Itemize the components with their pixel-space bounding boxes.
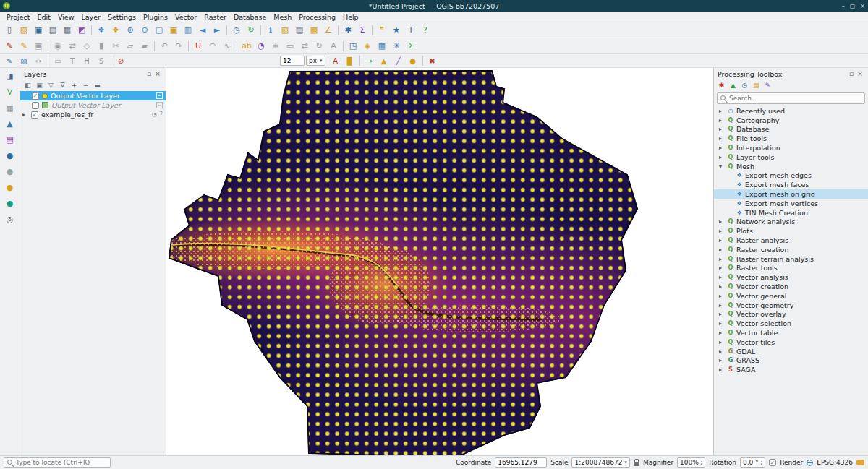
toolbox-group-vector-creation[interactable]: ▸ Q Vector creation [714,282,868,291]
text-background-icon[interactable]: ▉ [343,55,357,66]
toolbox-group-raster-creation[interactable]: ▸ Q Raster creation [714,245,868,254]
algorithm-export-mesh-vertices[interactable]: ❖ Export mesh vertices [714,199,868,208]
new-3d-map-icon[interactable]: ◳ [346,40,360,53]
digitize-with-curve-icon[interactable]: ◠ [205,40,220,53]
layer-item-output-vector-2[interactable]: Output Vector Layer − [20,100,166,110]
toolbar-icon[interactable] [89,25,94,35]
undo-icon[interactable]: ↶ [157,40,171,53]
expander-icon[interactable]: ▸ [719,293,725,299]
toolbox-group-file-tools[interactable]: ▸ Q File tools [714,134,868,143]
layer-checkbox[interactable] [31,111,38,119]
minimize-button[interactable]: – [842,3,845,9]
expander-icon[interactable]: ▸ [719,302,725,309]
text-color-icon[interactable]: A [328,55,343,66]
toolbox-group-mesh[interactable]: ▾ Q Mesh [714,162,868,171]
magnifier-label[interactable]: Magnifier [643,459,673,466]
expander-icon[interactable]: ▸ [719,256,725,262]
filter-by-expression-icon[interactable]: ∇ [57,80,68,90]
add-raster-layer-icon[interactable]: ▦ [2,102,18,114]
expander-icon[interactable]: ▸ [719,366,725,373]
add-spatialite-layer-icon[interactable]: ● [2,165,18,178]
expander-icon[interactable]: ▸ [719,154,725,160]
rotation-label[interactable]: Rotation [709,459,736,466]
expander-icon[interactable]: ▸ [719,348,725,355]
arrow-annotation-icon[interactable]: → [362,55,377,66]
expander-icon[interactable]: ▸ [719,320,725,327]
toolbox-tree[interactable]: ▸ ◷ Recently used ▸ Q Cartography ▸ Q Da… [714,106,868,455]
toolbox-group-database[interactable]: ▸ Q Database [714,125,868,134]
measure-icon[interactable]: ∠ [321,24,336,37]
toolbar-icon[interactable] [152,41,157,51]
history-icon[interactable]: ◷ [739,80,750,90]
zoom-next-icon[interactable]: ► [210,24,224,37]
menu-item[interactable]: Database [230,13,270,21]
toolbar-icon[interactable] [224,25,229,35]
expander-icon[interactable]: ▸ [719,218,725,225]
sum-features-icon[interactable]: Σ [404,40,418,53]
expand-all-icon[interactable]: + [69,80,80,90]
toolbar-icon[interactable] [46,41,51,51]
toolbar-icon[interactable] [234,41,239,51]
close-panel-icon[interactable]: × [153,70,162,77]
layer-item-output-vector-1[interactable]: Output Vector Layer − [20,91,166,100]
add-point-feature-icon[interactable]: ◉ [51,40,65,53]
add-xyz-layer-icon[interactable]: ◎ [2,213,18,225]
layer-crs-indicator-icon[interactable]: ? [160,111,163,118]
expander-icon[interactable]: ▸ [719,135,725,142]
float-panel-icon[interactable]: ▫ [145,70,153,77]
unit-combo[interactable]: px ▾ [306,56,326,66]
refresh-map-icon[interactable]: ↻ [244,24,258,37]
save-layer-edits-icon[interactable]: ▣ [31,40,46,53]
font-size-input[interactable] [280,56,305,66]
expander-icon[interactable]: ▸ [719,145,725,151]
rotate-label-icon[interactable]: ↻ [312,40,326,53]
collapse-legend-icon[interactable]: − [156,92,163,99]
mesh-transform-icon[interactable]: ↔ [31,55,46,66]
delete-selected-icon[interactable]: ▮ [94,40,109,53]
collapse-all-icon[interactable]: − [80,80,91,90]
spinner-arrows-icon[interactable]: ▴▾ [761,460,763,465]
map-tips-icon[interactable]: ❞ [375,24,389,37]
new-bookmark-icon[interactable]: ★ [389,24,404,37]
coordinate-input[interactable] [495,457,547,468]
toolbox-group-vector-analysis[interactable]: ▸ Q Vector analysis [714,272,868,282]
annotation-layer-icon[interactable]: ▭ [51,55,65,66]
toolbox-options-icon[interactable]: ✱ [716,80,727,90]
results-viewer-icon[interactable]: ▤ [751,80,762,90]
toolbox-group-vector-tiles[interactable]: ▸ Q Vector tiles [714,337,868,347]
snapping-options-icon[interactable]: U [191,40,205,53]
menu-item[interactable]: Processing [295,13,339,21]
style-manager-icon[interactable]: ◩ [75,24,89,37]
edit-in-place-icon[interactable]: ✎ [762,80,773,90]
toolbar-icon[interactable] [258,25,263,35]
filter-legend-icon[interactable]: ▽ [46,80,56,90]
locate-input[interactable] [16,459,108,466]
add-wms-layer-icon[interactable]: ● [2,181,18,194]
toolbar-icon[interactable] [341,41,346,51]
layer-item-example-res-fr[interactable]: ▸ example_res_fr ◔ ? [20,110,166,119]
toolbox-group-vector-overlay[interactable]: ▸ Q Vector overlay [714,310,868,319]
toolbox-group-grass[interactable]: ▸ G GRASS [714,356,868,366]
open-layer-styling-icon[interactable]: ◧ [22,80,33,90]
layer-diagram-icon[interactable]: ◔ [254,40,268,53]
render-checkbox[interactable] [769,459,776,466]
rotation-spinbox[interactable]: 0.0 ° ▴▾ [740,457,765,468]
scale-label[interactable]: Scale [550,459,568,466]
messages-icon[interactable] [856,460,864,465]
layer-labeling-icon[interactable]: ab [239,40,254,53]
processing-toolbox-icon[interactable]: ✱ [341,24,355,37]
models-menu-icon[interactable]: ▲ [728,80,739,90]
highlight-pinned-labels-icon[interactable]: ▭ [283,40,297,53]
crs-button[interactable]: EPSG:4326 [817,459,853,466]
toolbar-icon[interactable] [370,25,375,35]
expander-icon[interactable]: ▸ [719,264,725,271]
menu-item[interactable]: Settings [104,13,140,21]
toolbox-group-layer-tools[interactable]: ▸ Q Layer tools [714,152,868,162]
add-mesh-layer-icon[interactable]: ▲ [2,118,18,130]
text-annotation-tool-icon[interactable]: T [65,55,80,66]
expander-icon[interactable]: ▾ [719,163,725,170]
layer-checkbox[interactable] [32,102,39,109]
redo-icon[interactable]: ↷ [171,40,186,53]
field-calculator-icon[interactable]: ▩ [307,24,321,37]
select-features-icon[interactable]: ▧ [278,24,292,37]
